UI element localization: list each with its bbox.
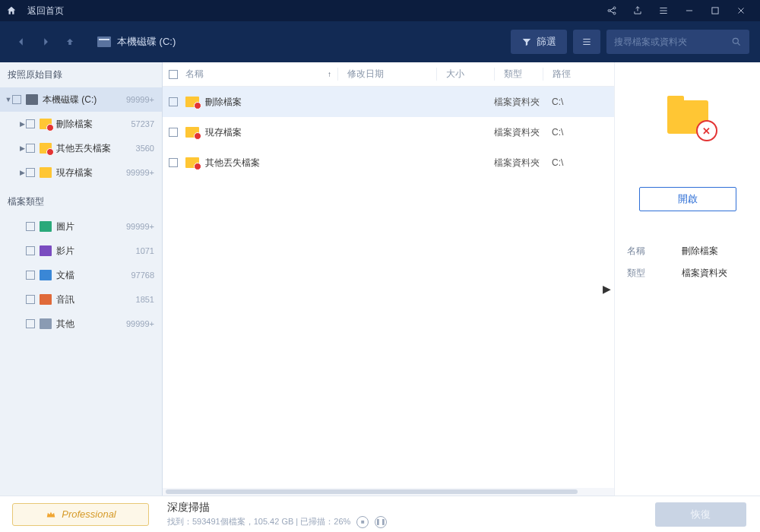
- folder-icon: [40, 167, 52, 178]
- svg-rect-3: [712, 8, 718, 14]
- select-all-checkbox[interactable]: [169, 70, 178, 79]
- panel-collapse-arrow-icon[interactable]: ▶: [603, 283, 611, 295]
- open-button[interactable]: 開啟: [639, 187, 736, 211]
- type-count: 99999+: [126, 222, 154, 231]
- filter-button[interactable]: 篩選: [511, 30, 567, 54]
- search-input[interactable]: [614, 36, 731, 47]
- tree-checkbox[interactable]: [26, 144, 35, 153]
- type-row[interactable]: 圖片 99999+: [0, 214, 162, 239]
- column-size[interactable]: 大小: [436, 68, 494, 81]
- tree-label: 本機磁碟 (C:): [43, 93, 126, 106]
- type-row[interactable]: 文檔 97768: [0, 263, 162, 287]
- type-checkbox[interactable]: [26, 222, 35, 231]
- professional-label: Professional: [62, 508, 116, 520]
- tree-checkbox[interactable]: [26, 168, 35, 177]
- caret-icon[interactable]: ▶: [18, 169, 26, 176]
- list-row[interactable]: 其他丟失檔案 檔案資料夾 C:\: [163, 147, 614, 178]
- type-row[interactable]: 其他 99999+: [0, 312, 162, 336]
- nav-up-button[interactable]: [59, 31, 81, 52]
- preview-property: 名稱 刪除檔案: [627, 240, 748, 262]
- menu-icon[interactable]: [651, 0, 676, 21]
- row-path: C:\: [543, 157, 614, 168]
- sort-arrow-icon: ↑: [328, 70, 331, 78]
- type-count: 99999+: [126, 319, 154, 328]
- row-checkbox[interactable]: [169, 97, 178, 106]
- recover-button[interactable]: 恢復: [655, 502, 746, 527]
- tree-row[interactable]: ▶ 其他丟失檔案 3560: [0, 136, 162, 160]
- scrollbar-thumb[interactable]: [166, 489, 578, 494]
- scan-pause-button[interactable]: ❚❚: [375, 516, 387, 528]
- disk-icon: [97, 36, 111, 47]
- column-path[interactable]: 路徑: [543, 68, 614, 81]
- export-icon[interactable]: [625, 0, 651, 21]
- preview-folder-icon: [667, 100, 708, 134]
- list-row[interactable]: 現存檔案 檔案資料夾 C:\: [163, 117, 614, 147]
- home-area: 返回首页: [6, 5, 64, 17]
- view-toggle-button[interactable]: [573, 30, 600, 54]
- tree-checkbox[interactable]: [12, 95, 21, 104]
- type-checkbox[interactable]: [26, 319, 35, 328]
- scan-stop-button[interactable]: ■: [356, 516, 369, 528]
- type-icon: [40, 294, 52, 305]
- preview-panel: ▶ 開啟 名稱 刪除檔案類型 檔案資料夾: [614, 62, 760, 496]
- folder-icon: [185, 157, 199, 168]
- return-home-link[interactable]: 返回首页: [27, 5, 64, 17]
- tree-row[interactable]: ▼ 本機磁碟 (C:) 99999+: [0, 87, 162, 112]
- type-label: 音訊: [56, 293, 136, 306]
- type-count: 97768: [131, 271, 154, 280]
- type-row[interactable]: 影片 1071: [0, 239, 162, 263]
- tree-label: 其他丟失檔案: [56, 142, 136, 155]
- tree-label: 刪除檔案: [56, 118, 131, 131]
- type-row[interactable]: 音訊 1851: [0, 287, 162, 312]
- column-date[interactable]: 修改日期: [337, 68, 436, 81]
- tree-label: 現存檔案: [56, 166, 126, 179]
- type-checkbox[interactable]: [26, 295, 35, 304]
- share-icon[interactable]: [599, 0, 625, 21]
- type-label: 文檔: [56, 269, 131, 282]
- type-count: 1071: [136, 246, 154, 255]
- row-checkbox[interactable]: [169, 158, 178, 167]
- tree-row[interactable]: ▶ 刪除檔案 57237: [0, 112, 162, 136]
- home-icon[interactable]: [6, 5, 17, 16]
- search-box[interactable]: [606, 30, 749, 54]
- sidebar-section-original: 按照原始目錄: [0, 62, 162, 87]
- file-list-area: 名稱↑ 修改日期 大小 類型 路徑 刪除檔案 檔案資料夾 C:\ 現存檔案 檔案…: [163, 62, 614, 496]
- list-body: 刪除檔案 檔案資料夾 C:\ 現存檔案 檔案資料夾 C:\ 其他丟失檔案 檔案資…: [163, 87, 614, 488]
- nav-back-button[interactable]: [11, 31, 32, 52]
- horizontal-scrollbar[interactable]: [163, 488, 614, 496]
- close-button[interactable]: [728, 0, 754, 21]
- tree-count: 57237: [131, 119, 154, 128]
- type-icon: [40, 221, 52, 232]
- row-checkbox[interactable]: [169, 128, 178, 137]
- type-icon: [40, 270, 52, 280]
- minimize-button[interactable]: [676, 0, 702, 21]
- column-type[interactable]: 類型: [494, 68, 543, 81]
- svg-point-2: [613, 12, 616, 14]
- row-type: 檔案資料夾: [494, 96, 543, 109]
- folder-icon: [40, 119, 52, 129]
- tree-row[interactable]: ▶ 現存檔案 99999+: [0, 160, 162, 185]
- type-checkbox[interactable]: [26, 246, 35, 255]
- svg-point-4: [733, 38, 738, 43]
- maximize-button[interactable]: [702, 0, 728, 21]
- search-icon: [731, 36, 742, 47]
- row-path: C:\: [543, 127, 614, 138]
- caret-icon[interactable]: ▼: [5, 96, 12, 103]
- funnel-icon: [521, 36, 532, 47]
- tree-checkbox[interactable]: [26, 119, 35, 128]
- folder-icon: [185, 97, 199, 107]
- type-icon: [40, 318, 52, 329]
- caret-icon[interactable]: ▶: [18, 144, 26, 152]
- row-type: 檔案資料夾: [494, 126, 543, 139]
- row-name: 其他丟失檔案: [205, 157, 337, 169]
- professional-button[interactable]: Professional: [12, 503, 149, 526]
- filter-label: 篩選: [537, 35, 556, 49]
- type-checkbox[interactable]: [26, 271, 35, 280]
- location-bar[interactable]: 本機磁碟 (C:): [97, 35, 176, 49]
- column-name[interactable]: 名稱↑: [185, 68, 337, 81]
- caret-icon[interactable]: ▶: [18, 120, 26, 128]
- prop-label: 名稱: [627, 245, 682, 258]
- list-row[interactable]: 刪除檔案 檔案資料夾 C:\: [163, 87, 614, 117]
- prop-label: 類型: [627, 267, 682, 280]
- nav-forward-button[interactable]: [35, 31, 56, 52]
